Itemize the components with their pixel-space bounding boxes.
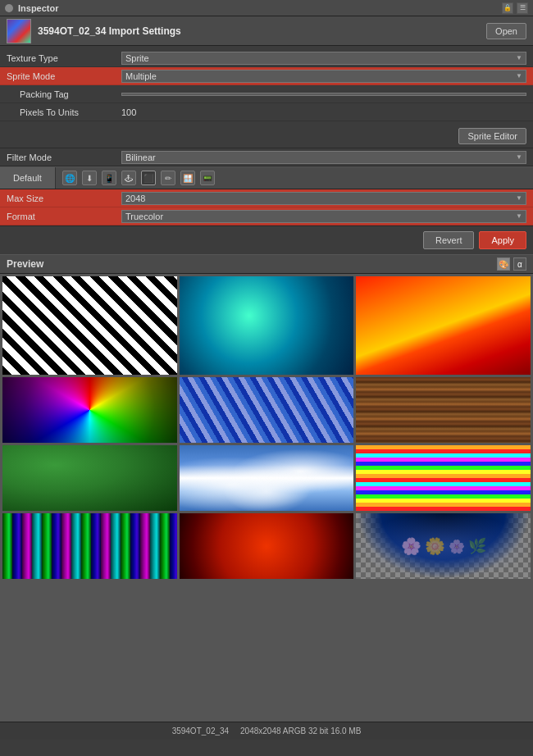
flower-icon-1: 🌸: [401, 536, 421, 556]
texture-cell-spiral[interactable]: [2, 377, 177, 443]
sprite-editor-button[interactable]: Sprite Editor: [458, 128, 526, 144]
asset-title: 3594OT_02_34 Import Settings: [38, 25, 480, 37]
settings-area: Texture Type Sprite ▼ Sprite Mode Multip…: [0, 46, 533, 125]
filter-mode-row: Filter Mode Bilinear ▼: [0, 148, 533, 166]
title-bar-actions: 🔒 ☰: [502, 2, 528, 14]
platform-mobile-icon[interactable]: 📱: [102, 171, 116, 185]
flower-icon-3: 🌸: [449, 539, 465, 554]
menu-icon[interactable]: ☰: [517, 2, 528, 14]
texture-cell-blue-pattern[interactable]: [180, 377, 354, 443]
asset-header: 3594OT_02_34 Import Settings Open: [0, 16, 533, 46]
platform-default-label: Default: [13, 173, 42, 183]
platform-download-icon[interactable]: ⬇: [82, 171, 97, 185]
preview-color-icon[interactable]: 🎨: [497, 257, 510, 271]
texture-cell-wood[interactable]: [356, 377, 531, 443]
texture-cell-swirl[interactable]: [180, 276, 354, 375]
texture-cell-flowers[interactable]: 🌸 🌼 🌸 🌿: [356, 513, 531, 579]
filter-mode-label: Filter Mode: [7, 153, 121, 162]
max-size-label: Max Size: [7, 194, 121, 203]
sprite-mode-row: Sprite Mode Multiple ▼: [0, 67, 533, 85]
format-dropdown[interactable]: Truecolor ▼: [121, 210, 526, 223]
max-size-dropdown[interactable]: 2048 ▼: [121, 192, 526, 205]
platform-default[interactable]: Default: [0, 167, 56, 189]
texture-cell-green[interactable]: [2, 445, 177, 511]
chevron-down-icon: ▼: [516, 212, 522, 220]
preview-icons: 🎨 α: [497, 257, 526, 271]
platform-edit-icon[interactable]: ✏: [161, 171, 175, 185]
pixels-to-units-row: Pixels To Units 100: [0, 103, 533, 121]
texture-cell-red-noise[interactable]: [180, 513, 354, 579]
title-circle: [5, 4, 13, 12]
texture-type-label: Texture Type: [7, 53, 121, 63]
platform-windows-icon[interactable]: 🪟: [180, 171, 195, 185]
sprite-editor-row: Sprite Editor: [0, 125, 533, 148]
preview-section: Preview 🎨 α: [0, 254, 533, 740]
lock-icon[interactable]: 🔒: [502, 2, 513, 14]
preview-header: Preview 🎨 α: [0, 254, 533, 274]
asset-info-text: 3594OT_02_34 2048x2048 ARGB 32 bit 16.0 …: [172, 726, 362, 736]
open-button[interactable]: Open: [486, 23, 526, 39]
preview-title: Preview: [7, 258, 43, 270]
format-label: Format: [7, 212, 121, 221]
texture-cell-stripes[interactable]: [356, 445, 531, 511]
max-size-row: Max Size 2048 ▼: [0, 189, 533, 207]
sprite-mode-dropdown[interactable]: Multiple ▼: [121, 70, 526, 83]
texture-cell-neon[interactable]: [2, 513, 177, 579]
chevron-down-icon: ▼: [516, 54, 522, 61]
packing-tag-row: Packing Tag: [0, 85, 533, 103]
max-size-value: 2048: [125, 194, 145, 203]
preview-alpha-icon[interactable]: α: [513, 257, 526, 271]
flower-icon-2: 🌼: [425, 536, 445, 556]
texture-type-row: Texture Type Sprite ▼: [0, 49, 533, 67]
platform-device-icon[interactable]: 📟: [200, 171, 215, 185]
revert-button[interactable]: Revert: [423, 231, 474, 249]
filter-mode-value: Bilinear: [125, 153, 156, 162]
title-bar: Inspector 🔒 ☰: [0, 0, 533, 16]
apply-button[interactable]: Apply: [479, 231, 526, 249]
inspector-title: Inspector: [18, 3, 59, 13]
chevron-down-icon: ▼: [516, 72, 522, 80]
pixels-to-units-label: Pixels To Units: [7, 107, 121, 117]
platform-web-icon[interactable]: 🌐: [62, 171, 77, 185]
platform-icons: 🌐 ⬇ 📱 🕹 ⬛ ✏ 🪟 📟: [56, 171, 221, 185]
texture-cell-fire[interactable]: [356, 276, 531, 375]
sprite-mode-value: Multiple: [125, 71, 157, 81]
texture-cell-clouds[interactable]: [180, 445, 354, 511]
platform-gamepad-icon[interactable]: 🕹: [121, 171, 136, 185]
format-value: Truecolor: [125, 212, 163, 221]
texture-type-value: Sprite: [125, 53, 149, 63]
chevron-down-icon: ▼: [516, 194, 522, 202]
texture-cell-zebra[interactable]: [2, 276, 177, 375]
platform-bar: Default 🌐 ⬇ 📱 🕹 ⬛ ✏ 🪟 📟: [0, 166, 533, 189]
texture-grid: 🌸 🌼 🌸 🌿: [0, 274, 533, 722]
platform-bb-icon[interactable]: ⬛: [141, 171, 156, 185]
asset-thumbnail: [7, 19, 31, 43]
action-buttons-row: Revert Apply: [0, 225, 533, 254]
packing-tag-input[interactable]: [121, 93, 526, 96]
filter-mode-dropdown[interactable]: Bilinear ▼: [121, 151, 526, 164]
chevron-down-icon: ▼: [516, 153, 522, 161]
texture-type-dropdown[interactable]: Sprite ▼: [121, 52, 526, 65]
sprite-mode-label: Sprite Mode: [7, 71, 121, 81]
flower-icon-4: 🌿: [468, 537, 486, 555]
format-row: Format Truecolor ▼: [0, 207, 533, 225]
pixels-to-units-value: 100: [121, 107, 526, 117]
bottom-info-bar: 3594OT_02_34 2048x2048 ARGB 32 bit 16.0 …: [0, 722, 533, 740]
packing-tag-label: Packing Tag: [7, 89, 121, 99]
